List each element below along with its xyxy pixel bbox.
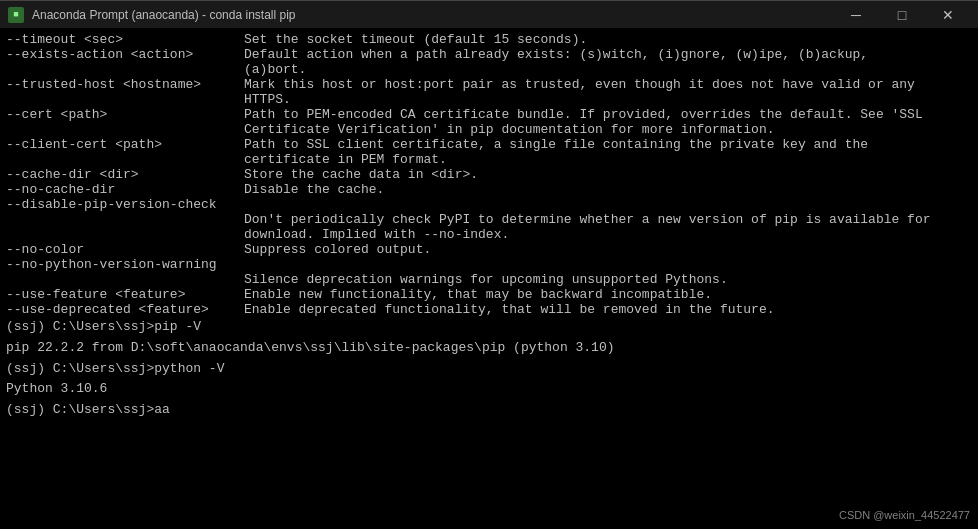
help-line-6: --cache-dir <dir> Store the cache data i… bbox=[6, 167, 972, 182]
option-left: --timeout <sec> bbox=[6, 32, 244, 47]
help-line-2: --exists-action <action> Default action … bbox=[6, 47, 972, 62]
option-left: --trusted-host <hostname> bbox=[6, 77, 244, 92]
help-line-5: --client-cert <path> Path to SSL client … bbox=[6, 137, 972, 152]
option-right: download. Implied with --no-index. bbox=[244, 227, 972, 242]
help-line-4: --cert <path> Path to PEM-encoded CA cer… bbox=[6, 107, 972, 122]
option-left bbox=[6, 272, 244, 287]
prompt-aa: (ssj) C:\Users\ssj>aa bbox=[6, 400, 972, 421]
option-left bbox=[6, 227, 244, 242]
window-controls: ─ □ ✕ bbox=[834, 1, 970, 29]
option-right: Path to SSL client certificate, a single… bbox=[244, 137, 972, 152]
option-right: Suppress colored output. bbox=[244, 242, 972, 257]
help-line-1: --timeout <sec> Set the socket timeout (… bbox=[6, 32, 972, 47]
maximize-button[interactable]: □ bbox=[880, 1, 924, 29]
close-button[interactable]: ✕ bbox=[926, 1, 970, 29]
option-left: --use-deprecated <feature> bbox=[6, 302, 244, 317]
option-left: --use-feature <feature> bbox=[6, 287, 244, 302]
help-line-12: --use-deprecated <feature> Enable deprec… bbox=[6, 302, 972, 317]
option-left: --no-cache-dir bbox=[6, 182, 244, 197]
option-right: Disable the cache. bbox=[244, 182, 972, 197]
option-right: Mark this host or host:port pair as trus… bbox=[244, 77, 972, 92]
option-left bbox=[6, 152, 244, 167]
output-pip-v: pip 22.2.2 from D:\soft\anaocanda\envs\s… bbox=[6, 338, 972, 359]
help-line-8b: Don't periodically check PyPI to determi… bbox=[6, 212, 972, 227]
help-line-5b: certificate in PEM format. bbox=[6, 152, 972, 167]
help-line-4b: Certificate Verification' in pip documen… bbox=[6, 122, 972, 137]
option-right: Enable new functionality, that may be ba… bbox=[244, 287, 972, 302]
option-right: Store the cache data in <dir>. bbox=[244, 167, 972, 182]
help-line-2b: (a)bort. bbox=[6, 62, 972, 77]
help-line-10b: Silence deprecation warnings for upcomin… bbox=[6, 272, 972, 287]
help-line-10: --no-python-version-warning bbox=[6, 257, 972, 272]
window-icon: ■ bbox=[8, 7, 24, 23]
option-right: (a)bort. bbox=[244, 62, 972, 77]
option-right: Default action when a path already exist… bbox=[244, 47, 972, 62]
title-bar: ■ Anaconda Prompt (anaocanda) - conda in… bbox=[0, 0, 978, 28]
help-line-3: --trusted-host <hostname> Mark this host… bbox=[6, 77, 972, 92]
prompt-python-v: (ssj) C:\Users\ssj>python -V bbox=[6, 359, 972, 380]
help-line-8c: download. Implied with --no-index. bbox=[6, 227, 972, 242]
option-left: --cache-dir <dir> bbox=[6, 167, 244, 182]
help-line-9: --no-color Suppress colored output. bbox=[6, 242, 972, 257]
output-python-v: Python 3.10.6 bbox=[6, 379, 972, 400]
option-left bbox=[6, 62, 244, 77]
terminal-window: ■ Anaconda Prompt (anaocanda) - conda in… bbox=[0, 0, 978, 529]
help-line-7: --no-cache-dir Disable the cache. bbox=[6, 182, 972, 197]
terminal-body[interactable]: --timeout <sec> Set the socket timeout (… bbox=[0, 28, 978, 529]
option-left: --disable-pip-version-check bbox=[6, 197, 244, 212]
option-left: --client-cert <path> bbox=[6, 137, 244, 152]
window-title: Anaconda Prompt (anaocanda) - conda inst… bbox=[32, 8, 834, 22]
option-right: Certificate Verification' in pip documen… bbox=[244, 122, 972, 137]
option-right: Set the socket timeout (default 15 secon… bbox=[244, 32, 972, 47]
option-right bbox=[244, 257, 972, 272]
minimize-button[interactable]: ─ bbox=[834, 1, 878, 29]
option-left: --exists-action <action> bbox=[6, 47, 244, 62]
option-left: --no-color bbox=[6, 242, 244, 257]
option-left bbox=[6, 92, 244, 107]
help-line-11: --use-feature <feature> Enable new funct… bbox=[6, 287, 972, 302]
option-left: --cert <path> bbox=[6, 107, 244, 122]
help-line-8: --disable-pip-version-check bbox=[6, 197, 972, 212]
help-line-3b: HTTPS. bbox=[6, 92, 972, 107]
prompt-pip-v: (ssj) C:\Users\ssj>pip -V bbox=[6, 317, 972, 338]
option-right: Path to PEM-encoded CA certificate bundl… bbox=[244, 107, 972, 122]
option-left bbox=[6, 212, 244, 227]
option-right bbox=[244, 197, 972, 212]
option-right: Enable deprecated functionality, that wi… bbox=[244, 302, 972, 317]
option-right: Don't periodically check PyPI to determi… bbox=[244, 212, 972, 227]
option-left bbox=[6, 122, 244, 137]
option-right: HTTPS. bbox=[244, 92, 972, 107]
option-right: Silence deprecation warnings for upcomin… bbox=[244, 272, 972, 287]
option-right: certificate in PEM format. bbox=[244, 152, 972, 167]
option-left: --no-python-version-warning bbox=[6, 257, 244, 272]
